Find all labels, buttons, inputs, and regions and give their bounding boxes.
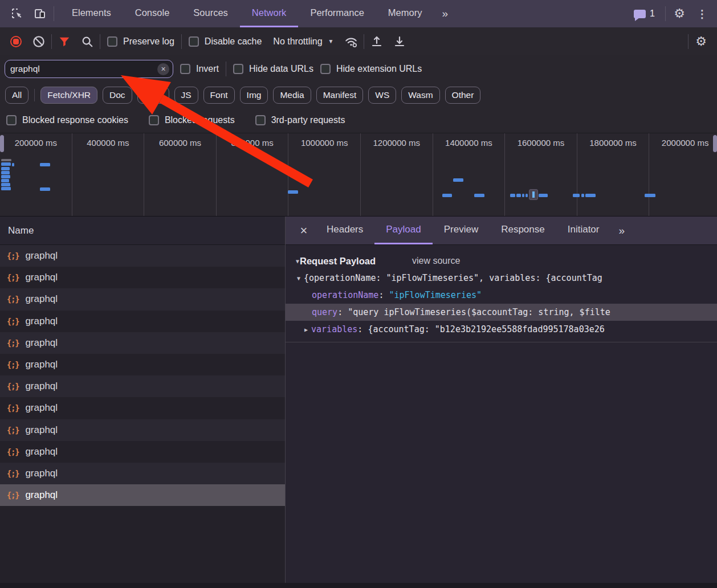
- view-source-link[interactable]: view source: [412, 256, 460, 266]
- network-overview-timeline[interactable]: 200000 ms400000 ms600000 ms800000 ms1000…: [0, 133, 717, 217]
- hide-extension-urls-checkbox[interactable]: [320, 64, 331, 74]
- payload-operation-name-row[interactable]: operationName: "ipFlowTimeseries": [286, 287, 717, 304]
- export-har-icon[interactable]: [389, 31, 410, 52]
- detail-tab-payload[interactable]: Payload: [374, 217, 432, 244]
- waterfall-bar[interactable]: [585, 194, 596, 197]
- close-icon[interactable]: ×: [292, 217, 315, 244]
- request-row[interactable]: {;}graphql: [0, 375, 285, 397]
- request-row[interactable]: {;}graphql: [0, 245, 285, 267]
- waterfall-bar[interactable]: [40, 187, 50, 191]
- tab-performance[interactable]: Performance: [298, 0, 376, 27]
- waterfall-bar[interactable]: [1, 187, 11, 190]
- preserve-log-checkbox[interactable]: [107, 36, 117, 47]
- request-row[interactable]: {;}graphql: [0, 441, 285, 463]
- waterfall-bar[interactable]: [539, 194, 548, 197]
- waterfall-bar[interactable]: [573, 194, 580, 197]
- waterfall-bar[interactable]: [1, 183, 10, 186]
- filter-icon[interactable]: [54, 31, 75, 52]
- name-column-header[interactable]: Name: [0, 217, 285, 245]
- waterfall-bar[interactable]: [522, 194, 524, 197]
- request-row[interactable]: {;}graphql: [0, 267, 285, 288]
- tab-sources[interactable]: Sources: [181, 0, 240, 27]
- throttling-dropdown[interactable]: No throttling ▼: [268, 36, 338, 47]
- more-tabs-icon[interactable]: »: [434, 0, 455, 27]
- payload-root-row[interactable]: ▼ {operationName: "ipFlowTimeseries", va…: [286, 270, 717, 287]
- request-row[interactable]: {;}graphql: [0, 419, 285, 441]
- network-conditions-icon[interactable]: [341, 31, 361, 52]
- tab-console[interactable]: Console: [123, 0, 182, 27]
- waterfall-bar[interactable]: [581, 194, 584, 197]
- waterfall-bar[interactable]: [1, 179, 9, 182]
- chip-doc[interactable]: Doc: [103, 87, 132, 104]
- request-row[interactable]: {;}graphql: [0, 484, 285, 506]
- chip-css[interactable]: CSS: [137, 87, 169, 104]
- request-row[interactable]: {;}graphql: [0, 397, 285, 419]
- 3rd-party-requests-checkbox[interactable]: [255, 115, 266, 125]
- detail-tab-initiator[interactable]: Initiator: [556, 217, 611, 244]
- request-row[interactable]: {;}graphql: [0, 311, 285, 332]
- issues-counter[interactable]: 1: [634, 9, 655, 19]
- chip-fetch-xhr[interactable]: Fetch/XHR: [40, 87, 97, 104]
- waterfall-bar[interactable]: [40, 163, 50, 166]
- inspect-element-icon[interactable]: [6, 0, 28, 27]
- clear-filter-icon[interactable]: ×: [157, 63, 169, 75]
- device-toolbar-icon[interactable]: [28, 0, 51, 27]
- settings-gear-icon[interactable]: ⚙: [668, 6, 691, 21]
- blocked-requests-checkbox[interactable]: [149, 115, 159, 125]
- waterfall-bar[interactable]: [1, 162, 11, 166]
- kebab-menu-icon[interactable]: ⋮: [691, 7, 714, 21]
- filter-input[interactable]: [10, 64, 157, 74]
- invert-checkbox[interactable]: [180, 64, 190, 74]
- tab-elements[interactable]: Elements: [60, 0, 123, 27]
- disable-cache-checkbox[interactable]: [189, 36, 199, 47]
- waterfall-bar[interactable]: [1, 159, 11, 161]
- import-har-icon[interactable]: [366, 31, 387, 52]
- clear-network-log-button[interactable]: [28, 31, 49, 52]
- payload-query-row[interactable]: query: "query ipFlowTimeseries($accountT…: [286, 304, 717, 321]
- tab-network[interactable]: Network: [240, 0, 299, 27]
- waterfall-bar[interactable]: [12, 163, 14, 166]
- waterfall-bar[interactable]: [645, 194, 655, 197]
- timeline-left-handle[interactable]: [0, 135, 4, 152]
- waterfall-bar[interactable]: [442, 194, 452, 197]
- request-name: graphql: [25, 446, 58, 458]
- chip-font[interactable]: Font: [203, 87, 235, 104]
- topbar-right-controls: 1 ⚙ ⋮: [634, 0, 717, 27]
- waterfall-bar[interactable]: [525, 194, 528, 197]
- hide-extension-urls-control: Hide extension URLs: [320, 64, 422, 74]
- waterfall-bar[interactable]: [474, 194, 484, 197]
- waterfall-bar[interactable]: [1, 171, 10, 174]
- chip-all[interactable]: All: [5, 87, 28, 104]
- timeline-right-handle[interactable]: [713, 135, 717, 152]
- detail-tab-response[interactable]: Response: [490, 217, 556, 244]
- chip-other[interactable]: Other: [445, 87, 481, 104]
- hide-data-urls-checkbox[interactable]: [233, 64, 243, 74]
- chip-img[interactable]: Img: [240, 87, 268, 104]
- search-icon[interactable]: [77, 31, 97, 52]
- network-settings-gear-icon[interactable]: ⚙: [691, 31, 711, 52]
- waterfall-bar[interactable]: [453, 178, 463, 182]
- selected-request-marker[interactable]: [529, 189, 538, 200]
- chip-ws[interactable]: WS: [368, 87, 396, 104]
- chip-js[interactable]: JS: [174, 87, 198, 104]
- blocked-response-cookies-checkbox[interactable]: [6, 115, 17, 125]
- request-row[interactable]: {;}graphql: [0, 463, 285, 484]
- payload-variables-row[interactable]: ▶ variables: {accountTag: "b12e3b2192ee5…: [286, 321, 717, 338]
- request-row[interactable]: {;}graphql: [0, 288, 285, 310]
- chip-manifest[interactable]: Manifest: [316, 87, 364, 104]
- request-row[interactable]: {;}graphql: [0, 354, 285, 375]
- request-payload-section-header[interactable]: ▼ Request Payload view source: [286, 252, 717, 270]
- waterfall-bar[interactable]: [510, 194, 515, 197]
- waterfall-bar[interactable]: [1, 167, 10, 170]
- tab-memory[interactable]: Memory: [376, 0, 434, 27]
- request-row[interactable]: {;}graphql: [0, 332, 285, 354]
- chip-wasm[interactable]: Wasm: [401, 87, 439, 104]
- detail-tab-preview[interactable]: Preview: [433, 217, 490, 244]
- waterfall-bar[interactable]: [288, 190, 298, 194]
- detail-tab-headers[interactable]: Headers: [315, 217, 374, 244]
- record-network-log-button[interactable]: [6, 31, 26, 52]
- waterfall-bar[interactable]: [516, 194, 521, 197]
- more-detail-tabs-icon[interactable]: »: [610, 217, 632, 244]
- waterfall-bar[interactable]: [1, 175, 10, 178]
- chip-media[interactable]: Media: [273, 87, 311, 104]
